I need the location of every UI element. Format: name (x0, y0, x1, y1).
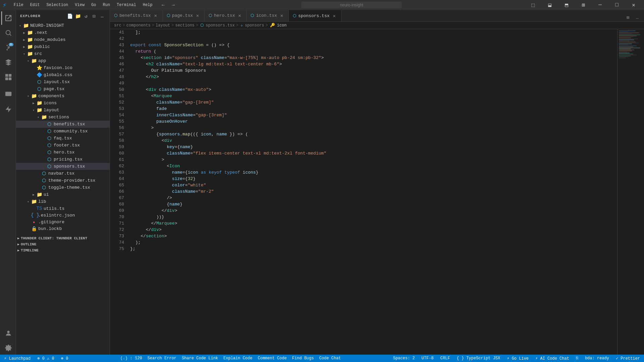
status-code-chat[interactable]: Code Chat (318, 356, 342, 361)
minimize-button[interactable]: ─ (592, 0, 608, 10)
layout-grid-icon[interactable]: ⊞ (576, 0, 591, 10)
tab-close-icon[interactable]: ✕ (279, 13, 284, 18)
breadcrumb-icon[interactable]: icon (277, 23, 287, 28)
settings-activity-icon[interactable] (1, 341, 15, 355)
breadcrumb-src[interactable]: src (114, 23, 121, 28)
status-prettier[interactable]: ✓ Prettier (614, 356, 641, 361)
tab-close-page[interactable]: ✕ (195, 13, 200, 18)
tab-close-sponsors[interactable]: ✕ (332, 13, 337, 18)
timeline-section[interactable]: ▶ TIMELINE (16, 247, 110, 253)
tab-benefits[interactable]: ⬡ benefits.tsx ✕ (110, 10, 163, 21)
status-explain-code[interactable]: Explain Code (222, 356, 254, 361)
tree-item-page-tsx[interactable]: ⬡ page.tsx (16, 85, 110, 93)
new-folder-icon[interactable]: 📁 (75, 13, 82, 19)
thunder-client-section[interactable]: ▶ THUNDER CLIENT: THUNDER CLIENT (16, 235, 110, 241)
menu-file[interactable]: File (11, 2, 26, 8)
layout-panel-icon[interactable]: ⬓ (542, 0, 557, 10)
tree-item-components[interactable]: ▾ 📁 components (16, 93, 110, 100)
tree-item-app[interactable]: ▾ 📁 app (16, 57, 110, 64)
menu-edit[interactable]: Edit (28, 2, 43, 8)
status-ai-code-chat[interactable]: ⚡ AI Code Chat (534, 356, 571, 361)
title-search-input[interactable] (301, 2, 402, 8)
tree-item-globals-css[interactable]: 🔷 globals.css (16, 71, 110, 78)
tree-item-sections[interactable]: ▾ 📁 sections (16, 114, 110, 121)
run-debug-activity-icon[interactable] (1, 56, 15, 69)
restore-button[interactable]: □ (609, 0, 625, 10)
menu-go[interactable]: Go (89, 2, 99, 8)
menu-help[interactable]: Help (140, 2, 155, 8)
tab-close-hero[interactable]: ✕ (237, 13, 242, 18)
status-errors-warnings[interactable]: ⊗ 0 ⚠ 0 (36, 356, 55, 361)
source-control-activity-icon[interactable]: 9 (1, 41, 15, 54)
tree-item-favicon[interactable]: ⭐ favicon.ico (16, 64, 110, 71)
status-launchpad[interactable]: ⚡ Launchpad (3, 356, 32, 361)
tree-item-toggle-theme[interactable]: ⬡ toggle-theme.tsx (16, 184, 110, 191)
tab-icon[interactable]: ⬡ icon.tsx ✕ (247, 10, 288, 21)
tree-item-hero[interactable]: ⬡ hero.tsx (16, 149, 110, 156)
tree-item-layout-tsx[interactable]: ⬡ layout.tsx (16, 78, 110, 85)
thunder-activity-icon[interactable] (1, 103, 15, 116)
extensions-activity-icon[interactable] (1, 70, 15, 84)
tree-item-navbar[interactable]: ⬡ navbar.tsx (16, 170, 110, 177)
status-bda[interactable]: bda: ready (584, 356, 610, 361)
ellipsis-icon[interactable]: … (99, 13, 106, 19)
search-activity-icon[interactable] (1, 26, 15, 40)
menu-view[interactable]: View (72, 2, 87, 8)
nav-back-button[interactable]: ← (159, 0, 168, 10)
code-content[interactable]: ]; export const SponsorsSection = () => … (127, 29, 617, 355)
tree-item-src[interactable]: ▾ 📁 src (16, 50, 110, 57)
status-find-bugs[interactable]: Find Bugs (291, 356, 315, 361)
status-comment-code[interactable]: Comment Code (256, 356, 288, 361)
tree-item-gitignore[interactable]: ⬥ .gitignore (16, 219, 110, 225)
tree-item-utils[interactable]: TS utils.ts (16, 205, 110, 212)
tree-item-layout-folder[interactable]: ▾ 📁 layout (16, 107, 110, 114)
menu-terminal[interactable]: Terminal (114, 2, 139, 8)
status-spaces[interactable]: Spaces: 2 (392, 356, 416, 361)
tree-item-theme-provider[interactable]: ⬡ theme-provider.tsx (16, 177, 110, 184)
status-encoding[interactable]: UTF-8 (420, 356, 435, 361)
tree-item-public[interactable]: ▶ 📁 public (16, 43, 110, 50)
tree-item-bun-lockb[interactable]: 🔒 bun.lockb (16, 225, 110, 232)
tree-root[interactable]: ▾ 📁 NEURO-INSIGHT (16, 22, 110, 29)
tree-item-icons[interactable]: ▶ 📁 icons (16, 100, 110, 107)
tree-item-faq[interactable]: ⬡ faq.tsx (16, 135, 110, 142)
accounts-activity-icon[interactable] (1, 326, 15, 340)
breadcrumb-sponsors-var[interactable]: sponsors (245, 23, 264, 28)
layout-split-icon[interactable]: ⬒ (559, 0, 574, 10)
tree-item-pricing[interactable]: ⬡ pricing.tsx (16, 156, 110, 163)
collapse-icon[interactable]: ⊟ (91, 13, 98, 19)
menu-run[interactable]: Run (100, 2, 113, 8)
split-editor-icon[interactable]: ⊞ (624, 13, 632, 21)
tree-item-community[interactable]: ⬡ community.tsx (16, 128, 110, 135)
menu-selection[interactable]: Selection (44, 2, 71, 8)
layout-sidebar-icon[interactable]: ⬚ (525, 0, 541, 10)
tree-item-lib[interactable]: ▾ 📁 lib (16, 198, 110, 205)
status-search-error[interactable]: Search Error (146, 356, 178, 361)
tree-item-benefits[interactable]: ⬡ benefits.tsx (16, 121, 110, 128)
status-go-live[interactable]: ⚡ Go Live (505, 356, 530, 361)
tab-hero[interactable]: ⬡ hero.tsx ✕ (205, 10, 247, 21)
status-info[interactable]: ⊗ 0 (60, 356, 70, 361)
refresh-icon[interactable]: ↺ (83, 13, 90, 19)
code-editor[interactable]: 41 42 43 44 45 46 47 48 49 50 51 52 53 5… (110, 29, 644, 355)
remote-activity-icon[interactable] (1, 88, 15, 101)
nav-forward-button[interactable]: → (169, 0, 178, 10)
tree-item-next[interactable]: ▶ 📁 .next (16, 29, 110, 36)
tab-sponsors[interactable]: ⬡ sponsors.tsx ✕ (289, 10, 341, 21)
tree-item-sponsors[interactable]: ⬡ sponsors.tsx (16, 163, 110, 170)
tree-item-eslintrc[interactable]: { } .eslintrc.json (16, 212, 110, 219)
status-position[interactable]: (.) : 120 (119, 356, 144, 361)
tab-page[interactable]: ⬡ page.tsx ✕ (163, 10, 205, 21)
tree-item-footer[interactable]: ⬡ footer.tsx (16, 142, 110, 149)
status-language-mode[interactable]: { } TypeScript JSX (455, 356, 502, 361)
status-remote-icon[interactable]: ⎘ (575, 356, 580, 361)
breadcrumb-layout[interactable]: layout (156, 23, 170, 28)
more-actions-icon[interactable]: … (633, 13, 641, 21)
tree-item-ui[interactable]: ▶ 📁 ui (16, 191, 110, 198)
explorer-activity-icon[interactable] (1, 11, 15, 25)
status-share-code[interactable]: Share Code Link (180, 356, 219, 361)
close-button[interactable]: ✕ (626, 0, 641, 10)
tab-close-benefits[interactable]: ✕ (153, 13, 158, 18)
tree-item-nodemodules[interactable]: ▶ 📁 node_modules (16, 36, 110, 43)
new-file-icon[interactable]: 📄 (67, 13, 73, 19)
